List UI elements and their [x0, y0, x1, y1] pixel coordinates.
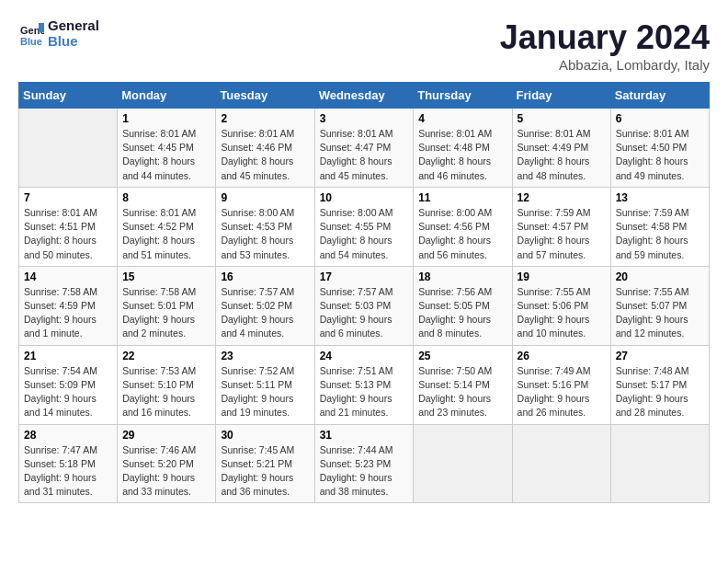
day-number: 8 [122, 191, 210, 204]
day-number: 21 [24, 350, 112, 362]
day-cell: 2Sunrise: 8:01 AMSunset: 4:46 PMDaylight… [216, 109, 314, 188]
day-info: Sunrise: 7:51 AMSunset: 5:13 PMDaylight:… [320, 364, 409, 420]
day-number: 3 [320, 112, 409, 125]
day-cell: 30Sunrise: 7:45 AMSunset: 5:21 PMDayligh… [216, 424, 314, 503]
day-info: Sunrise: 7:57 AMSunset: 5:02 PMDaylight:… [221, 285, 309, 341]
month-title: January 2024 [500, 18, 710, 57]
week-row-4: 21Sunrise: 7:54 AMSunset: 5:09 PMDayligh… [19, 345, 710, 424]
day-info: Sunrise: 7:45 AMSunset: 5:21 PMDaylight:… [221, 443, 309, 500]
day-cell: 19Sunrise: 7:55 AMSunset: 5:06 PMDayligh… [512, 266, 610, 345]
day-number: 30 [221, 429, 309, 442]
day-number: 24 [320, 350, 409, 362]
day-info: Sunrise: 7:58 AMSunset: 4:59 PMDaylight:… [24, 285, 112, 341]
header-saturday: Saturday [610, 83, 709, 109]
header-tuesday: Tuesday [216, 83, 314, 109]
day-info: Sunrise: 7:59 AMSunset: 4:57 PMDaylight:… [518, 206, 606, 262]
day-cell [610, 424, 709, 503]
day-number: 17 [320, 270, 409, 283]
day-cell: 9Sunrise: 8:00 AMSunset: 4:53 PMDaylight… [216, 187, 314, 266]
day-number: 2 [221, 112, 309, 125]
day-number: 11 [418, 191, 506, 204]
day-number: 31 [320, 429, 409, 442]
day-info: Sunrise: 8:01 AMSunset: 4:47 PMDaylight:… [320, 127, 409, 183]
header-monday: Monday [118, 83, 216, 109]
header-sunday: Sunday [19, 83, 118, 109]
day-cell: 22Sunrise: 7:53 AMSunset: 5:10 PMDayligh… [118, 345, 216, 424]
day-info: Sunrise: 7:59 AMSunset: 4:58 PMDaylight:… [616, 206, 704, 262]
day-cell: 23Sunrise: 7:52 AMSunset: 5:11 PMDayligh… [216, 345, 314, 424]
week-row-1: 1Sunrise: 8:01 AMSunset: 4:45 PMDaylight… [19, 109, 710, 188]
day-number: 4 [418, 112, 506, 125]
day-cell: 29Sunrise: 7:46 AMSunset: 5:20 PMDayligh… [118, 424, 216, 503]
page-header: General Blue General Blue January 2024 A… [18, 18, 710, 73]
day-number: 18 [418, 270, 506, 283]
day-info: Sunrise: 8:01 AMSunset: 4:48 PMDaylight:… [418, 127, 506, 183]
day-cell: 25Sunrise: 7:50 AMSunset: 5:14 PMDayligh… [414, 345, 512, 424]
day-cell: 16Sunrise: 7:57 AMSunset: 5:02 PMDayligh… [216, 266, 314, 345]
day-cell: 5Sunrise: 8:01 AMSunset: 4:49 PMDaylight… [512, 109, 610, 188]
calendar-table: SundayMondayTuesdayWednesdayThursdayFrid… [18, 82, 710, 503]
logo-icon: General Blue [18, 21, 44, 47]
day-info: Sunrise: 8:01 AMSunset: 4:45 PMDaylight:… [122, 127, 210, 183]
day-number: 12 [518, 191, 606, 204]
day-cell: 15Sunrise: 7:58 AMSunset: 5:01 PMDayligh… [118, 266, 216, 345]
day-number: 19 [518, 270, 606, 283]
header-row: SundayMondayTuesdayWednesdayThursdayFrid… [19, 83, 710, 109]
day-number: 1 [122, 112, 210, 125]
day-cell [19, 109, 118, 188]
day-number: 25 [418, 350, 506, 362]
day-cell: 1Sunrise: 8:01 AMSunset: 4:45 PMDaylight… [118, 109, 216, 188]
day-cell [414, 424, 512, 503]
day-cell: 20Sunrise: 7:55 AMSunset: 5:07 PMDayligh… [610, 266, 709, 345]
svg-text:Blue: Blue [20, 36, 42, 47]
day-number: 26 [518, 350, 606, 362]
location: Abbazia, Lombardy, Italy [500, 57, 710, 73]
day-info: Sunrise: 7:47 AMSunset: 5:18 PMDaylight:… [24, 443, 112, 500]
day-number: 7 [24, 191, 112, 204]
day-cell: 10Sunrise: 8:00 AMSunset: 4:55 PMDayligh… [314, 187, 414, 266]
day-number: 13 [616, 191, 704, 204]
svg-marker-2 [39, 23, 44, 32]
day-number: 20 [616, 270, 704, 283]
day-info: Sunrise: 8:01 AMSunset: 4:46 PMDaylight:… [221, 127, 309, 183]
week-row-3: 14Sunrise: 7:58 AMSunset: 4:59 PMDayligh… [19, 266, 710, 345]
day-info: Sunrise: 7:58 AMSunset: 5:01 PMDaylight:… [122, 285, 210, 341]
week-row-2: 7Sunrise: 8:01 AMSunset: 4:51 PMDaylight… [19, 187, 710, 266]
day-cell: 24Sunrise: 7:51 AMSunset: 5:13 PMDayligh… [314, 345, 414, 424]
day-number: 27 [616, 350, 704, 362]
day-info: Sunrise: 7:46 AMSunset: 5:20 PMDaylight:… [122, 443, 210, 500]
title-block: January 2024 Abbazia, Lombardy, Italy [500, 18, 710, 73]
day-info: Sunrise: 7:54 AMSunset: 5:09 PMDaylight:… [24, 364, 112, 420]
day-number: 22 [122, 350, 210, 362]
day-cell: 12Sunrise: 7:59 AMSunset: 4:57 PMDayligh… [512, 187, 610, 266]
day-info: Sunrise: 7:56 AMSunset: 5:05 PMDaylight:… [418, 285, 506, 341]
day-info: Sunrise: 7:53 AMSunset: 5:10 PMDaylight:… [122, 364, 210, 420]
header-friday: Friday [512, 83, 610, 109]
day-info: Sunrise: 7:49 AMSunset: 5:16 PMDaylight:… [518, 364, 606, 420]
header-wednesday: Wednesday [314, 83, 414, 109]
day-info: Sunrise: 7:44 AMSunset: 5:23 PMDaylight:… [320, 443, 409, 500]
day-info: Sunrise: 7:55 AMSunset: 5:06 PMDaylight:… [518, 285, 606, 341]
day-number: 15 [122, 270, 210, 283]
day-number: 6 [616, 112, 704, 125]
header-thursday: Thursday [414, 83, 512, 109]
day-number: 5 [518, 112, 606, 125]
day-cell: 4Sunrise: 8:01 AMSunset: 4:48 PMDaylight… [414, 109, 512, 188]
week-row-5: 28Sunrise: 7:47 AMSunset: 5:18 PMDayligh… [19, 424, 710, 503]
day-cell: 28Sunrise: 7:47 AMSunset: 5:18 PMDayligh… [19, 424, 118, 503]
day-cell: 8Sunrise: 8:01 AMSunset: 4:52 PMDaylight… [118, 187, 216, 266]
logo: General Blue General Blue [18, 18, 99, 49]
day-info: Sunrise: 8:01 AMSunset: 4:49 PMDaylight:… [518, 127, 606, 183]
day-cell [512, 424, 610, 503]
day-cell: 7Sunrise: 8:01 AMSunset: 4:51 PMDaylight… [19, 187, 118, 266]
day-number: 14 [24, 270, 112, 283]
day-info: Sunrise: 8:00 AMSunset: 4:56 PMDaylight:… [418, 206, 506, 262]
day-info: Sunrise: 8:01 AMSunset: 4:50 PMDaylight:… [616, 127, 704, 183]
day-number: 28 [24, 429, 112, 442]
day-info: Sunrise: 7:55 AMSunset: 5:07 PMDaylight:… [616, 285, 704, 341]
day-number: 9 [221, 191, 309, 204]
day-info: Sunrise: 8:01 AMSunset: 4:51 PMDaylight:… [24, 206, 112, 262]
day-cell: 14Sunrise: 7:58 AMSunset: 4:59 PMDayligh… [19, 266, 118, 345]
day-info: Sunrise: 8:00 AMSunset: 4:53 PMDaylight:… [221, 206, 309, 262]
logo-blue: Blue [48, 34, 99, 50]
